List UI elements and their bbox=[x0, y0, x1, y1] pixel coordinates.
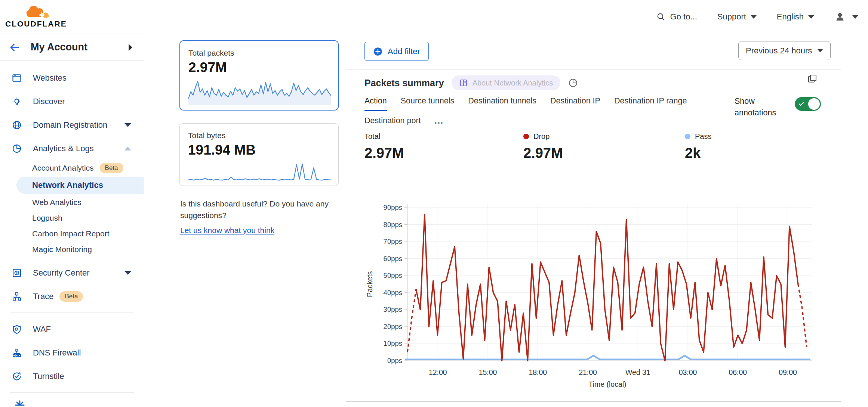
packets-sparkline bbox=[188, 79, 331, 105]
pie-chart-icon[interactable] bbox=[568, 78, 578, 88]
show-annotations-label: Show annotations bbox=[735, 96, 785, 119]
sidebar-item-discover[interactable]: Discover bbox=[0, 90, 144, 113]
cloudflare-cloud-icon bbox=[22, 3, 54, 20]
check-icon bbox=[798, 100, 805, 107]
tab-action[interactable]: Action bbox=[364, 96, 387, 111]
goto-search[interactable]: Go to... bbox=[656, 12, 697, 22]
browser-window-icon bbox=[11, 72, 22, 84]
sidebar-item-label: Discover bbox=[33, 97, 65, 106]
tab-destination-port[interactable]: Destination port bbox=[364, 116, 421, 130]
svg-text:Time (local): Time (local) bbox=[588, 380, 626, 388]
about-network-analytics-badge[interactable]: About Network Analytics bbox=[452, 75, 561, 90]
lightbulb-icon bbox=[11, 96, 22, 107]
copy-icon[interactable] bbox=[807, 73, 818, 84]
sidebar-item-account-analytics[interactable]: Account Analytics Beta bbox=[0, 160, 144, 176]
sidebar-item-magic-monitoring[interactable]: Magic Monitoring bbox=[0, 242, 144, 257]
sidebar-item-label: Web Analytics bbox=[32, 198, 81, 207]
sidebar-item-trace[interactable]: Trace Beta bbox=[0, 285, 144, 308]
svg-text:Wed 31: Wed 31 bbox=[625, 368, 650, 376]
zero-trust-burst-icon[interactable] bbox=[13, 399, 26, 407]
more-tabs-button[interactable]: ... bbox=[435, 116, 444, 130]
add-filter-button[interactable]: Add filter bbox=[364, 42, 429, 61]
sidebar-item-label: Magic Monitoring bbox=[32, 245, 92, 254]
svg-text:80pps: 80pps bbox=[384, 221, 402, 229]
sidebar-item-web-analytics[interactable]: Web Analytics bbox=[0, 195, 144, 210]
sidebar-item-label: Security Center bbox=[33, 268, 90, 278]
card-title: Total packets bbox=[188, 49, 330, 58]
feedback-question: Is this dashboard useful? Do you have an… bbox=[180, 198, 343, 221]
language-menu[interactable]: English bbox=[777, 12, 814, 22]
user-icon bbox=[834, 11, 846, 22]
tab-source-tunnels[interactable]: Source tunnels bbox=[401, 96, 454, 111]
sidebar-item-analytics-logs[interactable]: Analytics & Logs bbox=[0, 137, 144, 160]
bytes-sparkline bbox=[188, 162, 331, 183]
tab-destination-tunnels[interactable]: Destination tunnels bbox=[468, 96, 536, 111]
packets-time-series-chart: 0pps10pps20pps30pps40pps50pps60pps70pps8… bbox=[346, 201, 841, 389]
card-value: 191.94 MB bbox=[188, 142, 330, 158]
stat-label: Total bbox=[364, 132, 380, 141]
total-bytes-card[interactable]: Total bytes 191.94 MB bbox=[179, 123, 339, 186]
sidebar-item-label: Carbon Impact Report bbox=[32, 229, 110, 238]
sidebar-item-network-analytics[interactable]: Network Analytics bbox=[16, 177, 144, 194]
main-content: Add filter Previous 24 hours Packets sum… bbox=[346, 34, 841, 407]
card-title: Total bytes bbox=[188, 131, 330, 140]
total-packets-card[interactable]: Total packets 2.97M bbox=[179, 40, 339, 111]
cloudflare-logo[interactable]: CLOUDFLARE bbox=[5, 1, 69, 31]
sidebar-item-websites[interactable]: Websites bbox=[0, 66, 144, 90]
chevron-down-icon bbox=[808, 15, 814, 19]
sidebar-item-waf[interactable]: WAF bbox=[0, 317, 144, 341]
svg-text:20pps: 20pps bbox=[384, 323, 402, 330]
shield-gear-icon bbox=[11, 324, 22, 335]
drop-dot bbox=[523, 134, 529, 139]
beta-badge: Beta bbox=[100, 163, 123, 173]
chevron-down-icon bbox=[124, 123, 131, 127]
chevron-down-icon bbox=[124, 271, 131, 275]
summary-column: Total packets 2.97M Total bytes 191.94 M… bbox=[144, 34, 346, 407]
svg-text:90pps: 90pps bbox=[384, 204, 402, 211]
topbar: CLOUDFLARE Go to... Support English bbox=[0, 0, 868, 34]
chevron-down-icon bbox=[852, 15, 858, 19]
svg-text:03:00: 03:00 bbox=[679, 368, 697, 376]
sidebar-item-domain-registration[interactable]: Domain Registration bbox=[0, 113, 144, 137]
account-menu[interactable] bbox=[834, 11, 858, 22]
svg-text:0pps: 0pps bbox=[387, 357, 402, 364]
sidebar: My Account Websites Discover bbox=[0, 34, 144, 407]
plus-circle-icon bbox=[373, 47, 383, 56]
search-icon bbox=[656, 12, 666, 22]
sidebar-item-label: Analytics & Logs bbox=[33, 144, 94, 153]
stat-divider bbox=[515, 129, 515, 168]
chevron-right-icon[interactable] bbox=[127, 43, 133, 52]
back-arrow-icon[interactable] bbox=[9, 42, 20, 53]
cloudflare-dashboard: CLOUDFLARE Go to... Support English bbox=[0, 0, 868, 407]
safe-icon bbox=[11, 267, 22, 279]
dimension-tabs: Action Source tunnels Destination tunnel… bbox=[364, 96, 693, 130]
tab-destination-ip[interactable]: Destination IP bbox=[550, 96, 600, 111]
svg-text:70pps: 70pps bbox=[384, 237, 402, 245]
sidebar-item-label: Turnstile bbox=[33, 372, 64, 381]
sidebar-divider bbox=[10, 313, 134, 313]
about-badge-label: About Network Analytics bbox=[473, 79, 553, 87]
sidebar-item-dns-firewall[interactable]: DNS Firewall bbox=[0, 341, 144, 364]
feedback-link[interactable]: Let us know what you think bbox=[180, 224, 274, 236]
feedback-block: Is this dashboard useful? Do you have an… bbox=[180, 198, 343, 236]
svg-text:Packets: Packets bbox=[366, 271, 374, 297]
trace-network-icon bbox=[11, 291, 22, 302]
show-annotations-toggle[interactable] bbox=[795, 97, 821, 111]
time-range-button[interactable]: Previous 24 hours bbox=[738, 41, 831, 60]
sidebar-item-turnstile[interactable]: Turnstile bbox=[0, 364, 144, 388]
sidebar-header: My Account bbox=[0, 34, 144, 61]
support-menu[interactable]: Support bbox=[717, 12, 757, 22]
beta-badge: Beta bbox=[59, 291, 83, 302]
sidebar-item-security-center[interactable]: Security Center bbox=[0, 261, 144, 285]
stat-total: Total 2.97M bbox=[364, 132, 404, 161]
sidebar-item-carbon-impact-report[interactable]: Carbon Impact Report bbox=[0, 226, 144, 242]
sidebar-item-label: Logpush bbox=[32, 214, 62, 223]
sidebar-item-logpush[interactable]: Logpush bbox=[0, 210, 144, 226]
sidebar-item-label: Network Analytics bbox=[32, 180, 103, 190]
tab-destination-ip-range[interactable]: Destination IP range bbox=[614, 96, 687, 111]
panel-title: Packets summary bbox=[364, 78, 444, 88]
svg-text:06:00: 06:00 bbox=[729, 368, 747, 376]
language-label: English bbox=[777, 12, 804, 22]
chevron-up-icon bbox=[124, 147, 131, 150]
svg-text:18:00: 18:00 bbox=[529, 368, 547, 376]
